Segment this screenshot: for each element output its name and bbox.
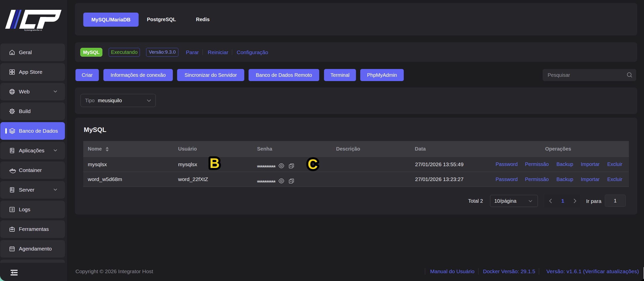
svg-text:B: B [210, 155, 220, 171]
svg-text:C: C [308, 156, 318, 172]
